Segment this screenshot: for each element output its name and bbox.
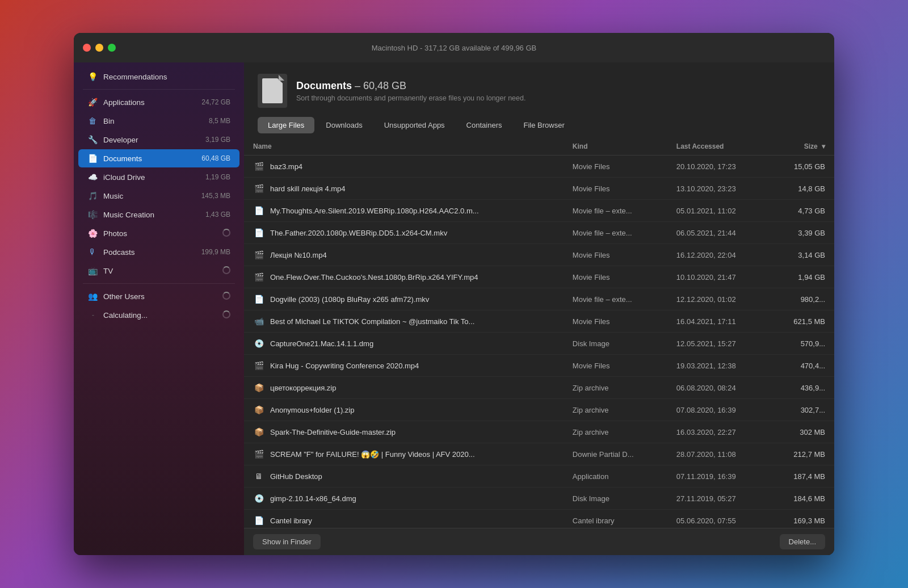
- sidebar-item-tv[interactable]: 📺 TV: [78, 262, 239, 280]
- file-kind: Disk Image: [564, 333, 667, 355]
- tabs-container: Large Files Downloads Unsupported Apps C…: [244, 117, 834, 133]
- sidebar-item-label: Developer: [103, 136, 205, 144]
- maximize-button[interactable]: [108, 44, 116, 52]
- sidebar-item-calculating[interactable]: ··· Calculating...: [78, 306, 239, 324]
- sidebar-item-size: 8,5 MB: [209, 117, 230, 125]
- file-name: Kira Hug - Copywriting Conference 2020.m…: [270, 362, 419, 370]
- table-row[interactable]: 🖥 GitHub Desktop Application 07.11.2019,…: [244, 465, 834, 488]
- file-size: 1,94 GB: [769, 266, 834, 288]
- doc-subtitle: Sort through documents and permanently e…: [296, 94, 526, 102]
- file-name: One.Flew.Over.The.Cuckoo's.Nest.1080p.Br…: [270, 273, 478, 282]
- file-size: 3,39 GB: [769, 222, 834, 244]
- sidebar-item-size: 1,43 GB: [205, 211, 230, 219]
- sidebar-item-recommendations[interactable]: 💡 Recommendations: [78, 68, 239, 86]
- file-name: Anonymous+folder (1).zip: [270, 406, 355, 414]
- table-row[interactable]: 🎬 hard skill лекція 4.mp4 Movie Files 13…: [244, 178, 834, 200]
- file-name: My.Thoughts.Are.Silent.2019.WEBRip.1080p…: [270, 207, 479, 215]
- file-name-cell: 🖥 GitHub Desktop: [244, 465, 564, 488]
- sidebar-item-size: [222, 266, 230, 276]
- file-name: Cantel ibrary: [270, 516, 312, 525]
- file-type-icon: 📦: [253, 381, 264, 394]
- file-size: 3,14 GB: [769, 244, 834, 266]
- table-row[interactable]: 📄 Cantel ibrary Cantel ibrary 05.06.2020…: [244, 510, 834, 528]
- file-name: The.Father.2020.1080p.WEBRip.DD5.1.x264-…: [270, 229, 447, 237]
- col-size[interactable]: Size ▾: [769, 138, 834, 156]
- file-type-icon: 🎬: [253, 359, 264, 372]
- file-size: 169,3 MB: [769, 510, 834, 528]
- table-row[interactable]: 🎬 Kira Hug - Copywriting Conference 2020…: [244, 355, 834, 377]
- table-row[interactable]: 🎬 Лекція №10.mp4 Movie Files 16.12.2020,…: [244, 244, 834, 266]
- table-row[interactable]: 📄 Dogville (2003) (1080p BluRay x265 afm…: [244, 288, 834, 310]
- file-name: Dogville (2003) (1080p BluRay x265 afm72…: [270, 295, 429, 304]
- sidebar-item-label: Applications: [103, 98, 201, 107]
- sidebar-item-icloud[interactable]: ☁️ iCloud Drive 1,19 GB: [78, 168, 239, 186]
- table-row[interactable]: 💿 gimp-2.10.14-x86_64.dmg Disk Image 27.…: [244, 488, 834, 510]
- sidebar-item-bin[interactable]: 🗑 Bin 8,5 MB: [78, 112, 239, 130]
- file-type-icon: 🎬: [253, 448, 264, 460]
- sidebar-item-label: Documents: [103, 154, 201, 163]
- tab-containers[interactable]: Containers: [456, 117, 512, 133]
- file-accessed: 20.10.2020, 17:23: [667, 156, 769, 178]
- file-name-cell: 📄 Cantel ibrary: [244, 510, 564, 528]
- tv-icon: 📺: [87, 266, 98, 276]
- col-accessed[interactable]: Last Accessed: [667, 138, 769, 156]
- files-table-container[interactable]: Name Kind Last Accessed Size ▾ 🎬: [244, 138, 834, 528]
- delete-button[interactable]: Delete...: [780, 534, 825, 549]
- file-name: CaptureOne21.Mac.14.1.1.dmg: [270, 339, 373, 348]
- file-kind: Movie Files: [564, 310, 667, 333]
- table-header-row: Name Kind Last Accessed Size ▾: [244, 138, 834, 156]
- file-kind: Movie file – exte...: [564, 288, 667, 310]
- sidebar-item-other-users[interactable]: 👥 Other Users: [78, 287, 239, 305]
- file-type-icon: 📄: [253, 293, 264, 305]
- table-row[interactable]: 📦 Anonymous+folder (1).zip Zip archive 0…: [244, 399, 834, 421]
- file-accessed: 16.12.2020, 22:04: [667, 244, 769, 266]
- file-kind: Zip archive: [564, 421, 667, 443]
- main-window: Macintosh HD - 317,12 GB available of 49…: [74, 33, 834, 555]
- sidebar-item-podcasts[interactable]: 🎙 Podcasts 199,9 MB: [78, 243, 239, 261]
- file-kind: Movie Files: [564, 244, 667, 266]
- tab-downloads[interactable]: Downloads: [316, 117, 372, 133]
- file-name: Best of Michael Le TIKTOK Compilation ~ …: [270, 317, 474, 326]
- file-kind: Cantel ibrary: [564, 510, 667, 528]
- tab-file-browser[interactable]: File Browser: [513, 117, 574, 133]
- file-name-cell: 🎬 SCREAM "F" for FAILURE! 😱🤣 | Funny Vid…: [244, 443, 564, 465]
- cloud-icon: ☁️: [87, 172, 98, 182]
- table-row[interactable]: 📦 Spark-The-Definitive-Guide-master.zip …: [244, 421, 834, 443]
- table-row[interactable]: 💿 CaptureOne21.Mac.14.1.1.dmg Disk Image…: [244, 333, 834, 355]
- sidebar-item-developer[interactable]: 🔧 Developer 3,19 GB: [78, 131, 239, 149]
- doc-title: Documents – 60,48 GB: [296, 80, 526, 92]
- file-type-icon: 📦: [253, 404, 264, 416]
- tab-unsupported-apps[interactable]: Unsupported Apps: [374, 117, 455, 133]
- sidebar-item-applications[interactable]: 🚀 Applications 24,72 GB: [78, 93, 239, 111]
- table-row[interactable]: 📄 My.Thoughts.Are.Silent.2019.WEBRip.108…: [244, 200, 834, 222]
- close-button[interactable]: [83, 44, 91, 52]
- col-kind[interactable]: Kind: [564, 138, 667, 156]
- trash-icon: 🗑: [87, 116, 98, 126]
- table-row[interactable]: 🎬 SCREAM "F" for FAILURE! 😱🤣 | Funny Vid…: [244, 443, 834, 465]
- sidebar-item-documents[interactable]: 📄 Documents 60,48 GB: [78, 149, 239, 167]
- file-accessed: 07.08.2020, 16:39: [667, 399, 769, 421]
- sidebar-item-music[interactable]: 🎵 Music 145,3 MB: [78, 187, 239, 205]
- sidebar-item-photos[interactable]: 🌸 Photos: [78, 224, 239, 242]
- doc-info: Documents – 60,48 GB Sort through docume…: [258, 74, 821, 108]
- file-size: 4,73 GB: [769, 200, 834, 222]
- file-accessed: 27.11.2019, 05:27: [667, 488, 769, 510]
- table-row[interactable]: 📦 цветокоррекция.zip Zip archive 06.08.2…: [244, 377, 834, 399]
- sidebar-item-size: 1,19 GB: [205, 173, 230, 181]
- file-kind: Zip archive: [564, 377, 667, 399]
- file-type-icon: 📄: [253, 226, 264, 239]
- file-type-icon: 🎬: [253, 271, 264, 283]
- table-row[interactable]: 📄 The.Father.2020.1080p.WEBRip.DD5.1.x26…: [244, 222, 834, 244]
- sidebar-item-music-creation[interactable]: 🎼 Music Creation 1,43 GB: [78, 205, 239, 224]
- table-row[interactable]: 🎬 One.Flew.Over.The.Cuckoo's.Nest.1080p.…: [244, 266, 834, 288]
- col-name[interactable]: Name: [244, 138, 564, 156]
- file-type-icon: 🎬: [253, 160, 264, 173]
- table-row[interactable]: 🎬 baz3.mp4 Movie Files 20.10.2020, 17:23…: [244, 156, 834, 178]
- minimize-button[interactable]: [95, 44, 103, 52]
- table-row[interactable]: 📹 Best of Michael Le TIKTOK Compilation …: [244, 310, 834, 333]
- file-kind: Movie file – exte...: [564, 200, 667, 222]
- file-name-cell: 📄 The.Father.2020.1080p.WEBRip.DD5.1.x26…: [244, 222, 564, 244]
- file-name-cell: 📦 Spark-The-Definitive-Guide-master.zip: [244, 421, 564, 443]
- show-in-finder-button[interactable]: Show in Finder: [253, 534, 321, 549]
- tab-large-files[interactable]: Large Files: [258, 117, 314, 133]
